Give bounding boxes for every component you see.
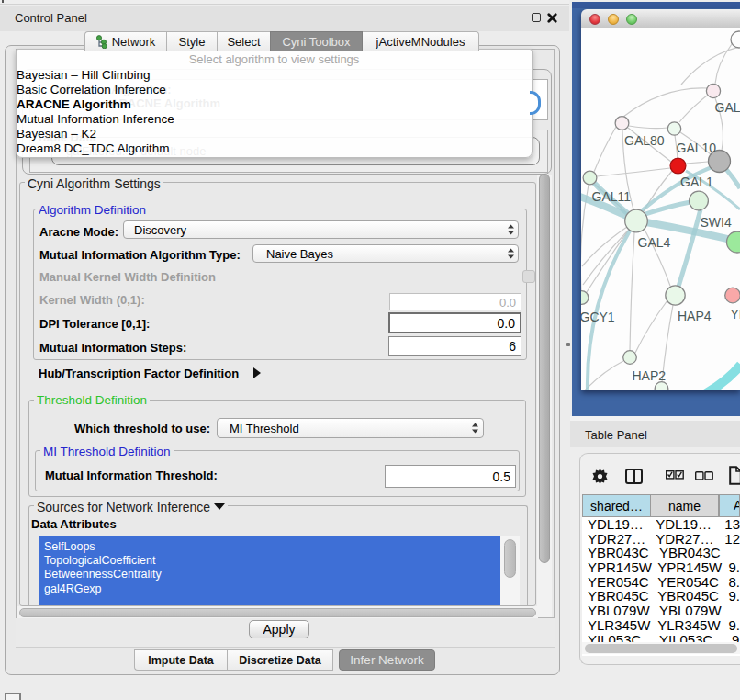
svg-text:GAL11: GAL11 <box>592 189 632 204</box>
svg-text:HAP4: HAP4 <box>678 309 712 323</box>
svg-text:GAL7: GAL7 <box>715 100 740 115</box>
svg-text:GAL80: GAL80 <box>624 133 665 148</box>
svg-text:GCY1: GCY1 <box>581 310 615 324</box>
svg-text:HAP2: HAP2 <box>633 368 667 383</box>
svg-text:GAL1: GAL1 <box>680 175 713 189</box>
svg-text:GAL4: GAL4 <box>638 235 671 250</box>
svg-text:GAL10: GAL10 <box>677 141 717 155</box>
svg-text:YM: YM <box>731 307 740 322</box>
svg-text:SWI4: SWI4 <box>701 215 732 230</box>
